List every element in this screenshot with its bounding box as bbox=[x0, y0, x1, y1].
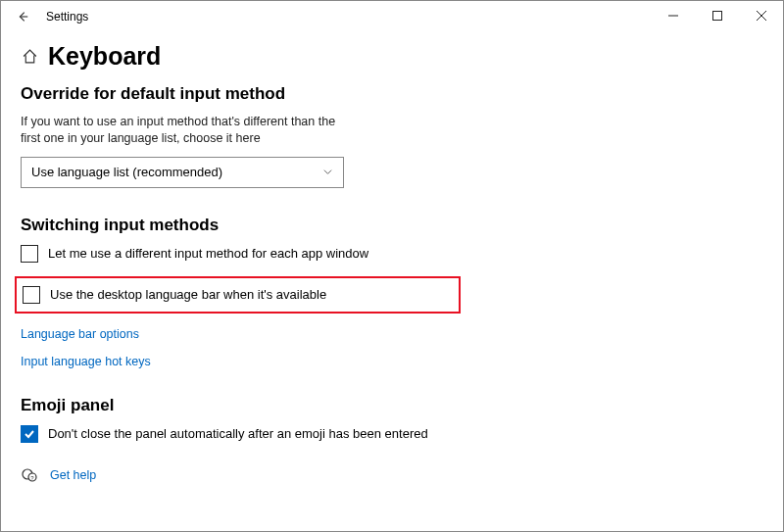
desktop-language-bar-label: Use the desktop language bar when it's a… bbox=[50, 287, 326, 302]
minimize-button[interactable] bbox=[651, 1, 695, 30]
emoji-panel-label: Don't close the panel automatically afte… bbox=[48, 426, 428, 441]
help-icon: ? bbox=[21, 466, 38, 484]
override-section-title: Override for default input method bbox=[21, 84, 763, 104]
home-icon[interactable] bbox=[21, 48, 38, 66]
dropdown-selected-value: Use language list (recommended) bbox=[31, 165, 222, 179]
svg-rect-1 bbox=[712, 12, 721, 21]
switching-section-title: Switching input methods bbox=[21, 216, 763, 235]
input-method-dropdown[interactable]: Use language list (recommended) bbox=[21, 157, 344, 188]
language-bar-options-link[interactable]: Language bar options bbox=[21, 327, 763, 341]
chevron-down-icon bbox=[321, 167, 333, 178]
back-button[interactable] bbox=[13, 10, 32, 24]
per-app-input-label: Let me use a different input method for … bbox=[48, 246, 368, 261]
highlighted-option: Use the desktop language bar when it's a… bbox=[15, 276, 461, 314]
page-title: Keyboard bbox=[48, 42, 161, 71]
emoji-section-title: Emoji panel bbox=[21, 396, 763, 415]
override-description: If you want to use an input method that'… bbox=[21, 114, 354, 147]
maximize-button[interactable] bbox=[695, 1, 739, 30]
emoji-panel-checkbox[interactable] bbox=[21, 425, 38, 443]
desktop-language-bar-checkbox[interactable] bbox=[23, 286, 40, 304]
window-title: Settings bbox=[46, 10, 88, 24]
close-button[interactable] bbox=[739, 1, 783, 30]
input-language-hotkeys-link[interactable]: Input language hot keys bbox=[21, 355, 763, 368]
per-app-input-checkbox[interactable] bbox=[21, 245, 38, 263]
get-help-link[interactable]: Get help bbox=[50, 468, 96, 482]
